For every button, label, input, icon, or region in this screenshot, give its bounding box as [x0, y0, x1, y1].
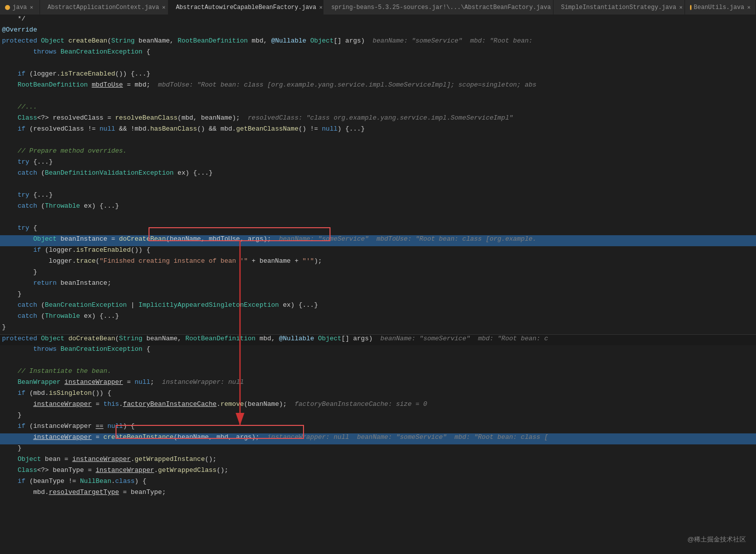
tab-abstract-bean[interactable]: spring-beans-5.3.25-sources.jar!\...\Abs… [324, 0, 554, 15]
code-line: logger.trace("Finished creating instance… [0, 257, 756, 268]
code-line: if (logger.isTraceEnabled()) {...} [0, 70, 756, 81]
code-line: catch (BeanDefinitionValidationException… [0, 169, 756, 180]
code-line: // Prepare method overrides. [0, 147, 756, 158]
code-line: } [0, 411, 756, 422]
code-line: if (resolvedClass != null && !mbd.hasBea… [0, 125, 756, 136]
code-line: catch (Throwable ex) {...} [0, 312, 756, 323]
code-line: instanceWrapper = this.factoryBeanInstan… [0, 400, 756, 411]
code-line: catch (BeanCreationException | Implicitl… [0, 301, 756, 312]
code-line: Class<?> beanType = instanceWrapper.getW… [0, 466, 756, 477]
code-line: } [0, 323, 756, 334]
code-line: Object bean = instanceWrapper.getWrapped… [0, 455, 756, 466]
code-line: protected Object createBean(String beanN… [0, 37, 756, 48]
code-line: Class<?> resolvedClass = resolveBeanClas… [0, 114, 756, 125]
code-line: @Override [0, 26, 756, 37]
code-line: if (mbd.isSingleton()) { [0, 389, 756, 400]
tab-label: spring-beans-5.3.25-sources.jar!\...\Abs… [331, 4, 550, 11]
code-line: */ [0, 15, 756, 26]
code-line [0, 213, 756, 224]
code-line: mbd.resolvedTargetType = beanType; [0, 488, 756, 499]
code-line-highlighted-createbeaninstance: instanceWrapper = createBeanInstance(bea… [0, 433, 756, 444]
tab-label: java [12, 4, 27, 11]
code-line: try {...} [0, 158, 756, 169]
code-line: BeanWrapper instanceWrapper = null; inst… [0, 378, 756, 389]
code-area: */ @Override protected Object createBean… [0, 15, 756, 554]
code-line: if (logger.isTraceEnabled()) { [0, 246, 756, 257]
code-line: } [0, 290, 756, 301]
tab-icon [5, 5, 10, 10]
code-line: if (instanceWrapper == null) { [0, 422, 756, 433]
close-icon[interactable]: ✕ [747, 4, 750, 11]
code-line: throws BeanCreationException { [0, 48, 756, 59]
code-line: } [0, 444, 756, 455]
tab-label: AbstractAutowireCapableBeanFactory.java [176, 4, 316, 11]
close-icon[interactable]: ✕ [30, 4, 34, 11]
tab-label: SimpleInstantiationStrategy.java [561, 4, 676, 11]
tab-abstract-app[interactable]: AbstractApplicationContext.java ✕ [40, 0, 168, 15]
code-line: return beanInstance; [0, 279, 756, 290]
close-icon[interactable]: ✕ [162, 4, 166, 11]
code-line [0, 136, 756, 147]
code-line: } [0, 268, 756, 279]
tab-label: BeanUtils.java [694, 4, 744, 11]
code-line: catch (Throwable ex) {...} [0, 202, 756, 213]
code-line [0, 356, 756, 367]
watermark: @稀土掘金技术社区 [688, 535, 746, 544]
code-line: throws BeanCreationException { [0, 345, 756, 356]
close-icon[interactable]: ✕ [679, 4, 682, 11]
tab-bar: java ✕ AbstractApplicationContext.java ✕… [0, 0, 756, 15]
tab-java[interactable]: java ✕ [0, 0, 40, 15]
code-line: protected Object doCreateBean(String bea… [0, 334, 756, 345]
code-line [0, 59, 756, 70]
code-line: // Instantiate the bean. [0, 367, 756, 378]
code-line-highlighted-docreate: Object beanInstance = doCreateBean(beanN… [0, 235, 756, 246]
tab-simple-inst[interactable]: SimpleInstantiationStrategy.java ✕ [554, 0, 685, 15]
code-line: try { [0, 224, 756, 235]
tab-bean-utils[interactable]: BeanUtils.java ✕ [685, 0, 756, 15]
code-line: if (beanType != NullBean.class) { [0, 477, 756, 488]
code-line: try {...} [0, 191, 756, 202]
code-line: RootBeanDefinition mbdToUse = mbd; mbdTo… [0, 81, 756, 92]
close-icon[interactable]: ✕ [320, 4, 323, 11]
code-line [0, 180, 756, 191]
tab-abstract-autowire[interactable]: AbstractAutowireCapableBeanFactory.java … [168, 0, 324, 15]
code-line [0, 92, 756, 103]
tab-label: AbstractApplicationContext.java [48, 4, 159, 11]
tab-icon [690, 5, 691, 10]
code-line: //... [0, 103, 756, 114]
